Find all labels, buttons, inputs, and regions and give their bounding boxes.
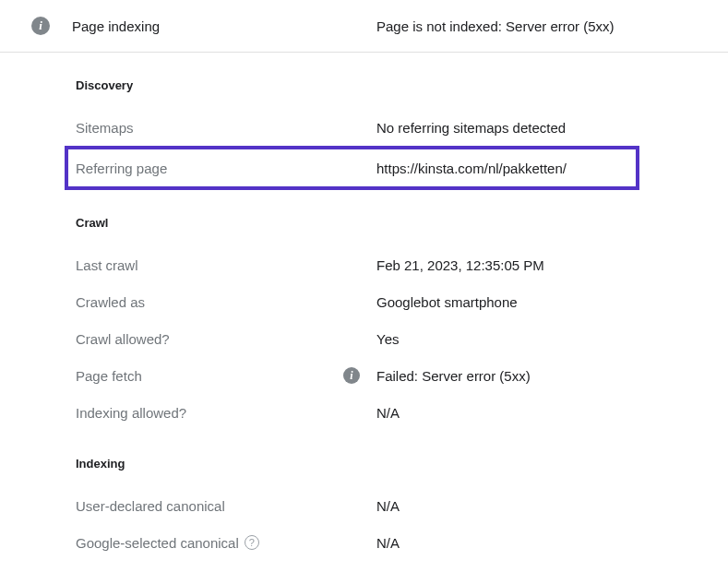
row-page-fetch: Page fetch i Failed: Server error (5xx) bbox=[72, 357, 728, 394]
value-last-crawl: Feb 21, 2023, 12:35:05 PM bbox=[376, 257, 544, 273]
value-user-canonical: N/A bbox=[376, 498, 400, 514]
section-heading-indexing: Indexing bbox=[72, 457, 728, 471]
info-icon[interactable]: i bbox=[343, 367, 360, 384]
label-referring-page: Referring page bbox=[72, 161, 376, 176]
section-discovery: Discovery Sitemaps No referring sitemaps… bbox=[72, 53, 728, 190]
section-heading-crawl: Crawl bbox=[72, 216, 728, 230]
row-crawl-allowed: Crawl allowed? Yes bbox=[72, 320, 728, 357]
section-heading-discovery: Discovery bbox=[72, 78, 728, 92]
value-sitemaps: No referring sitemaps detected bbox=[376, 120, 566, 136]
row-indexing-allowed: Indexing allowed? N/A bbox=[72, 394, 728, 431]
label-indexing-allowed: Indexing allowed? bbox=[72, 405, 376, 421]
label-page-fetch-text: Page fetch bbox=[76, 368, 142, 384]
label-google-canonical-text: Google-selected canonical bbox=[76, 535, 239, 551]
label-crawl-allowed: Crawl allowed? bbox=[72, 331, 376, 347]
page-title: Page indexing bbox=[72, 18, 376, 34]
row-crawled-as: Crawled as Googlebot smartphone bbox=[72, 283, 728, 320]
row-referring-page: Referring page https://kinsta.com/nl/pak… bbox=[72, 149, 636, 186]
row-google-canonical: Google-selected canonical ? N/A bbox=[72, 524, 728, 561]
value-crawled-as: Googlebot smartphone bbox=[376, 294, 518, 310]
row-last-crawl: Last crawl Feb 21, 2023, 12:35:05 PM bbox=[72, 246, 728, 283]
label-google-canonical: Google-selected canonical ? bbox=[72, 535, 376, 551]
page-header: i Page indexing Page is not indexed: Ser… bbox=[0, 0, 728, 53]
section-indexing: Indexing User-declared canonical N/A Goo… bbox=[72, 431, 728, 561]
info-icon: i bbox=[31, 17, 50, 35]
label-last-crawl: Last crawl bbox=[72, 257, 376, 273]
help-icon[interactable]: ? bbox=[245, 535, 259, 550]
content-body: Discovery Sitemaps No referring sitemaps… bbox=[0, 53, 728, 561]
value-indexing-allowed: N/A bbox=[376, 405, 400, 421]
row-sitemaps: Sitemaps No referring sitemaps detected bbox=[72, 109, 728, 146]
value-page-fetch: Failed: Server error (5xx) bbox=[376, 368, 531, 384]
section-crawl: Crawl Last crawl Feb 21, 2023, 12:35:05 … bbox=[72, 190, 728, 431]
label-user-canonical: User-declared canonical bbox=[72, 498, 376, 514]
label-crawled-as: Crawled as bbox=[72, 294, 376, 310]
label-sitemaps: Sitemaps bbox=[72, 120, 376, 136]
label-page-fetch: Page fetch i bbox=[72, 367, 376, 384]
value-google-canonical: N/A bbox=[376, 535, 400, 551]
highlight-referring-page: Referring page https://kinsta.com/nl/pak… bbox=[65, 146, 639, 190]
value-crawl-allowed: Yes bbox=[376, 331, 399, 347]
value-referring-page: https://kinsta.com/nl/pakketten/ bbox=[376, 161, 567, 176]
page-status: Page is not indexed: Server error (5xx) bbox=[376, 18, 615, 34]
row-user-canonical: User-declared canonical N/A bbox=[72, 487, 728, 524]
